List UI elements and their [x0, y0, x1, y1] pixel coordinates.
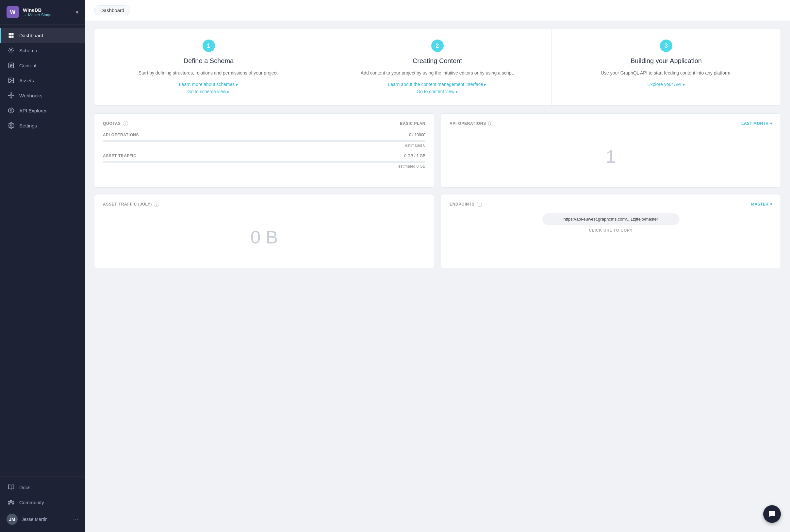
quota-name-api: API OPERATIONS [103, 133, 139, 137]
sidebar-item-assets[interactable]: Assets [0, 73, 85, 88]
explore-api-link[interactable]: Explore your API ▸ [564, 82, 769, 87]
step-card-3: 3 Building your Application Use your Gra… [552, 29, 781, 105]
asset-traffic-card: ASSET TRAFFIC (JULY) i 0 B [94, 194, 434, 268]
step-desc-1: Start by defining structures, relations … [106, 69, 311, 76]
app-logo: W [6, 6, 19, 18]
api-operations-info-icon[interactable]: i [488, 121, 493, 126]
app-stage: Master Stage [23, 13, 72, 17]
step-title-2: Creating Content [335, 57, 540, 65]
user-name: Jesse Martin [22, 517, 69, 522]
learn-schemas-link[interactable]: Learn more about schemas ▸ [106, 82, 311, 87]
api-operations-label: API OPERATIONS i [449, 121, 493, 126]
progress-bar-api [103, 140, 425, 142]
sidebar-user[interactable]: JM Jesse Martin ⋯ [0, 510, 85, 529]
sidebar-item-dashboard[interactable]: Dashboard [0, 28, 85, 43]
sidebar-label-webhooks: Webhooks [19, 93, 42, 98]
quota-name-asset: ASSET TRAFFIC [103, 154, 136, 158]
quota-header-api: API OPERATIONS 0 / 10000 [103, 133, 425, 137]
dashboard-icon [7, 32, 15, 39]
sidebar-item-community[interactable]: Community [0, 495, 85, 510]
go-schema-link[interactable]: Go to schema view ▸ [106, 89, 311, 94]
app-title: WineDB Master Stage [23, 7, 72, 17]
app-name: WineDB [23, 7, 72, 13]
quotas-label: QUOTAS i [103, 121, 128, 126]
svg-rect-2 [9, 36, 11, 38]
step-desc-2: Add content to your project by using the… [335, 69, 540, 76]
schema-icon [7, 47, 15, 54]
quotas-card: QUOTAS i BASIC PLAN API OPERATIONS 0 / 1… [94, 113, 434, 188]
sidebar-label-schema: Schema [19, 48, 37, 53]
settings-icon [7, 122, 15, 129]
sidebar-item-schema[interactable]: Schema [0, 43, 85, 58]
content-icon [7, 62, 15, 69]
api-operations-value: 1 [449, 133, 772, 180]
quotas-card-header: QUOTAS i BASIC PLAN [103, 121, 425, 126]
progress-bar-asset [103, 161, 425, 163]
topbar: Dashboard [85, 0, 790, 21]
quota-estimated-asset: estimated 0 GB [103, 164, 425, 169]
sidebar-label-settings: Settings [19, 123, 37, 129]
last-month-dropdown[interactable]: LAST MONTH ▾ [741, 121, 772, 126]
asset-traffic-value: 0 B [103, 213, 425, 261]
step-number-3: 3 [660, 40, 672, 52]
chevron-down-icon: ▾ [770, 121, 772, 126]
endpoints-header: ENDPOINTS i MASTER ▾ [449, 202, 772, 207]
page-title: Dashboard [94, 5, 130, 15]
user-more-icon[interactable]: ⋯ [73, 516, 78, 522]
api-operations-header: API OPERATIONS i LAST MONTH ▾ [449, 121, 772, 126]
go-content-link[interactable]: Go to content view ▸ [335, 89, 540, 94]
master-dropdown[interactable]: MASTER ▾ [751, 202, 772, 207]
sidebar-item-docs[interactable]: Docs [0, 480, 85, 495]
svg-point-20 [8, 501, 9, 502]
quota-row-api: API OPERATIONS 0 / 10000 estimated 0 [103, 133, 425, 148]
sidebar-bottom: Docs Community JM Jesse Martin ⋯ [0, 476, 85, 532]
step-desc-3: Use your GraphQL API to start feeding co… [564, 69, 769, 76]
sidebar-item-settings[interactable]: Settings [0, 118, 85, 133]
sidebar-item-content[interactable]: Content [0, 58, 85, 73]
step-number-1: 1 [203, 40, 215, 52]
asset-traffic-info-icon[interactable]: i [154, 202, 159, 207]
chat-bubble[interactable] [763, 505, 781, 523]
sidebar-dropdown[interactable]: ▾ [76, 9, 78, 15]
quota-header-asset: ASSET TRAFFIC 0 GB / 1 GB [103, 154, 425, 158]
sidebar-label-api-explorer: API Explorer [19, 108, 47, 113]
sidebar-item-api-explorer[interactable]: API Explorer [0, 103, 85, 118]
sidebar-label-community: Community [19, 500, 44, 505]
svg-rect-3 [12, 36, 14, 38]
quotas-badge: BASIC PLAN [400, 121, 425, 126]
sidebar-label-assets: Assets [19, 78, 34, 83]
steps-row: 1 Define a Schema Start by defining stru… [94, 29, 781, 106]
webhooks-icon [7, 92, 15, 99]
endpoints-card: ENDPOINTS i MASTER ▾ https://api-euwest.… [441, 194, 781, 268]
quota-row-asset: ASSET TRAFFIC 0 GB / 1 GB estimated 0 GB [103, 154, 425, 169]
step-card-1: 1 Define a Schema Start by defining stru… [94, 29, 323, 105]
svg-point-17 [11, 110, 12, 111]
svg-point-11 [11, 95, 12, 96]
main-content: Dashboard 1 Define a Schema Start by def… [85, 0, 790, 532]
sidebar-label-content: Content [19, 63, 37, 68]
community-icon [7, 499, 15, 506]
chevron-down-icon-2: ▾ [770, 202, 772, 207]
sidebar-nav: Dashboard Schema Content Assets [0, 24, 85, 476]
svg-point-18 [11, 125, 12, 127]
quotas-info-icon[interactable]: i [123, 121, 128, 126]
docs-icon [7, 483, 15, 491]
svg-rect-0 [9, 33, 11, 35]
assets-icon [7, 77, 15, 84]
api-explorer-icon [7, 107, 15, 114]
learn-content-link[interactable]: Learn about the content management inter… [335, 82, 540, 87]
dashboard-grid: QUOTAS i BASIC PLAN API OPERATIONS 0 / 1… [94, 113, 781, 268]
step-title-3: Building your Application [564, 57, 769, 65]
svg-rect-1 [12, 33, 14, 35]
sidebar-header: W WineDB Master Stage ▾ [0, 0, 85, 24]
api-operations-card: API OPERATIONS i LAST MONTH ▾ 1 [441, 113, 781, 188]
sidebar-item-webhooks[interactable]: Webhooks [0, 88, 85, 103]
quota-value-api: 0 / 10000 [409, 133, 425, 137]
endpoints-label: ENDPOINTS i [449, 202, 482, 207]
endpoints-info-icon[interactable]: i [477, 202, 482, 207]
asset-traffic-header: ASSET TRAFFIC (JULY) i [103, 202, 425, 207]
sidebar-label-dashboard: Dashboard [19, 33, 43, 38]
step-card-2: 2 Creating Content Add content to your p… [323, 29, 552, 105]
svg-point-21 [13, 501, 14, 502]
endpoint-url[interactable]: https://api-euwest.graphcms.com/...1zjtt… [542, 213, 679, 225]
